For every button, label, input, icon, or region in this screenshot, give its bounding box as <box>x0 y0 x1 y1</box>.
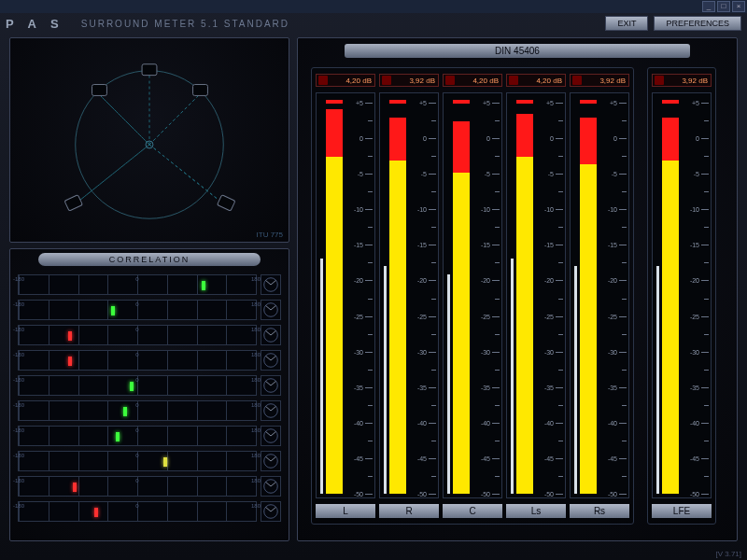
level-bargraph: +50-5-10-15-20-25-30-35-40-45-50 <box>570 92 629 498</box>
correlation-row: -1800180 <box>18 398 281 423</box>
channel-l: 4,20 dB+50-5-10-15-20-25-30-35-40-45-50L <box>316 74 375 518</box>
svg-line-14 <box>266 330 271 335</box>
channel-label-button[interactable]: Ls <box>506 504 566 518</box>
scale-tick-label: -35 <box>354 384 363 390</box>
scale-tick-label: -10 <box>354 206 363 213</box>
scale-tick-label: -45 <box>354 455 363 461</box>
svg-line-17 <box>266 356 271 360</box>
svg-line-36 <box>271 507 275 511</box>
scale-tick-label: -40 <box>481 419 490 426</box>
scale-tick-label: 0 <box>550 135 554 142</box>
level-bargraph: +50-5-10-15-20-25-30-35-40-45-50 <box>443 92 502 498</box>
scale-tick-label: -20 <box>481 277 490 284</box>
correlation-pair-icon <box>261 350 281 371</box>
scale-tick-label: -45 <box>544 455 554 461</box>
channel-label-button[interactable]: C <box>443 504 502 518</box>
scale-tick-label: -45 <box>690 455 699 461</box>
channel-rs: 3,92 dB+50-5-10-15-20-25-30-35-40-45-50R… <box>570 74 629 518</box>
scale-tick-label: -15 <box>354 242 363 248</box>
maximize-button[interactable]: □ <box>717 1 730 12</box>
svg-line-18 <box>271 356 275 360</box>
close-button[interactable]: × <box>732 1 745 12</box>
scale-tick-label: -35 <box>544 384 554 390</box>
peak-value: 3,92 dB <box>666 77 711 85</box>
peak-readout: 4,20 dB <box>316 74 375 87</box>
preferences-button[interactable]: PREFERENCES <box>654 16 741 31</box>
scale-tick-label: -10 <box>544 206 554 213</box>
channel-label-button[interactable]: L <box>316 504 375 518</box>
app-subtitle: SURROUND METER 5.1 STANDARD <box>81 19 289 29</box>
scale-tick-label: -45 <box>608 455 617 461</box>
channel-label-button[interactable]: R <box>379 504 439 518</box>
scale-tick-label: -35 <box>417 384 427 390</box>
scale-tick-label: -10 <box>417 206 427 213</box>
correlation-scale: -1800180 <box>18 400 257 421</box>
scale-tick-label: -5 <box>485 171 490 177</box>
scale-tick-label: +5 <box>356 100 363 106</box>
channel-label-button[interactable]: LFE <box>652 504 712 518</box>
svg-line-8 <box>266 280 271 285</box>
correlation-marker <box>163 457 167 467</box>
scale-tick-label: -25 <box>417 313 427 319</box>
scale-tick-label: -10 <box>690 206 699 213</box>
scale-tick-label: -20 <box>544 277 554 284</box>
correlation-pair-icon <box>261 375 281 396</box>
peak-value: 3,92 dB <box>393 77 438 85</box>
channel-label-button[interactable]: Rs <box>570 504 629 518</box>
correlation-row: -1800180 <box>18 322 281 347</box>
scale-tick-label: -15 <box>690 242 699 248</box>
svg-line-27 <box>271 431 275 436</box>
scale-tick-label: +5 <box>483 100 490 106</box>
correlation-scale: -1800180 <box>18 274 257 295</box>
scale-tick-label: -50 <box>544 491 554 497</box>
correlation-pair-icon <box>261 325 281 345</box>
main-channel-group: 4,20 dB+50-5-10-15-20-25-30-35-40-45-50L… <box>311 67 634 525</box>
channel-r: 3,92 dB+50-5-10-15-20-25-30-35-40-45-50R <box>379 74 439 518</box>
correlation-marker <box>68 357 72 366</box>
minimize-button[interactable]: _ <box>702 1 715 12</box>
scale-tick-label: -25 <box>481 313 490 319</box>
scale-tick-label: -5 <box>694 171 699 177</box>
svg-line-35 <box>266 507 271 511</box>
scale-tick-label: 0 <box>359 135 363 142</box>
app-header: P A S SURROUND METER 5.1 STANDARD EXIT P… <box>0 13 747 34</box>
peak-led-icon <box>655 76 664 85</box>
level-bargraph: +50-5-10-15-20-25-30-35-40-45-50 <box>379 92 439 498</box>
scale-tick-label: -35 <box>481 384 490 390</box>
scale-tick-label: -15 <box>544 242 554 248</box>
correlation-row: -1800180 <box>18 448 281 473</box>
correlation-marker <box>68 331 72 341</box>
scope-standard-label: ITU 775 <box>257 231 283 239</box>
lfe-channel-group: 3,92 dB+50-5-10-15-20-25-30-35-40-45-50L… <box>647 67 716 525</box>
peak-readout: 4,20 dB <box>443 74 502 87</box>
svg-line-20 <box>266 381 271 385</box>
peak-value: 4,20 dB <box>330 77 374 85</box>
exit-button[interactable]: EXIT <box>605 16 648 31</box>
scale-tick-label: -20 <box>417 277 427 284</box>
meter-panel: DIN 45406 4,20 dB+50-5-10-15-20-25-30-35… <box>297 37 738 541</box>
scale-tick-label: +5 <box>419 100 427 106</box>
speaker-l-icon <box>92 85 107 96</box>
peak-led-icon <box>382 76 391 85</box>
scale-tick-label: -50 <box>690 491 699 497</box>
svg-line-29 <box>266 456 271 461</box>
peak-led-icon <box>572 76 582 85</box>
surround-scope-panel: ITU 775 <box>9 37 289 243</box>
scale-tick-label: -25 <box>354 313 363 319</box>
svg-line-23 <box>266 406 271 411</box>
correlation-scale: -1800180 <box>18 451 257 471</box>
scale-tick-label: 0 <box>423 135 427 142</box>
scale-tick-label: -5 <box>421 171 427 177</box>
scale-tick-label: -25 <box>544 313 554 319</box>
svg-line-26 <box>266 431 271 436</box>
scale-tick-label: -20 <box>690 277 699 284</box>
scale-tick-label: -30 <box>544 348 554 355</box>
speaker-c-icon <box>142 64 157 76</box>
channel-ls: 4,20 dB+50-5-10-15-20-25-30-35-40-45-50L… <box>506 74 566 518</box>
level-bargraph: +50-5-10-15-20-25-30-35-40-45-50 <box>316 92 375 498</box>
svg-line-9 <box>271 280 275 285</box>
peak-led-icon <box>318 76 328 85</box>
version-label: [V 3.71] <box>715 550 741 558</box>
peak-readout: 4,20 dB <box>506 74 566 87</box>
scale-tick-label: -10 <box>608 206 617 213</box>
